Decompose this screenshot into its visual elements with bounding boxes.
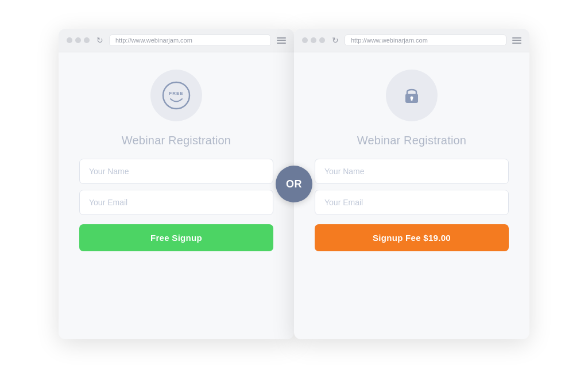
dot-4 (302, 37, 308, 43)
dot-5 (311, 37, 316, 43)
menu-line-6 (512, 43, 521, 44)
svg-text:FREE: FREE (169, 91, 183, 96)
right-form-title: Webinar Registration (357, 134, 466, 147)
right-browser-bar: ↻ http://www.webinarjam.com (294, 29, 529, 52)
left-browser-bar: ↻ http://www.webinarjam.com (59, 29, 294, 52)
dot-2 (75, 37, 81, 43)
right-form-fields (315, 159, 509, 215)
right-browser-window: ↻ http://www.webinarjam.com (294, 29, 529, 339)
menu-line-5 (512, 40, 521, 41)
left-email-input[interactable] (79, 190, 273, 215)
svg-rect-4 (411, 98, 413, 101)
right-signup-button[interactable]: Signup Fee $19.00 (315, 224, 509, 251)
dot-3 (84, 37, 90, 43)
right-email-input[interactable] (315, 190, 509, 215)
left-signup-button[interactable]: Free Signup (79, 224, 273, 251)
left-name-input[interactable] (79, 159, 273, 184)
menu-line-4 (512, 37, 521, 39)
dot-1 (67, 37, 72, 43)
lock-icon (401, 85, 423, 106)
right-browser-dots (302, 37, 325, 43)
left-browser-content: FREE Webinar Registration Free Signup (59, 52, 294, 272)
right-icon-circle (386, 70, 438, 121)
left-menu-icon[interactable] (277, 37, 286, 44)
menu-line-1 (277, 37, 286, 39)
left-form-fields (79, 159, 273, 215)
right-browser-content: Webinar Registration Signup Fee $19.00 (294, 52, 529, 272)
menu-line-2 (277, 40, 286, 41)
or-badge: OR (276, 166, 312, 202)
right-url-bar: http://www.webinarjam.com (345, 34, 506, 46)
left-refresh-icon: ↻ (96, 36, 103, 45)
right-refresh-icon: ↻ (332, 36, 339, 45)
left-browser-window: ↻ http://www.webinarjam.com FREE Webinar… (59, 29, 294, 339)
main-container: ↻ http://www.webinarjam.com FREE Webinar… (24, 17, 564, 351)
dot-6 (319, 37, 325, 43)
left-url-bar: http://www.webinarjam.com (109, 34, 271, 46)
right-menu-icon[interactable] (512, 37, 521, 44)
free-badge-icon: FREE (161, 80, 191, 110)
right-name-input[interactable] (315, 159, 509, 184)
menu-line-3 (277, 43, 286, 44)
left-browser-dots (67, 37, 90, 43)
left-form-title: Webinar Registration (122, 134, 231, 147)
left-icon-circle: FREE (150, 70, 202, 121)
